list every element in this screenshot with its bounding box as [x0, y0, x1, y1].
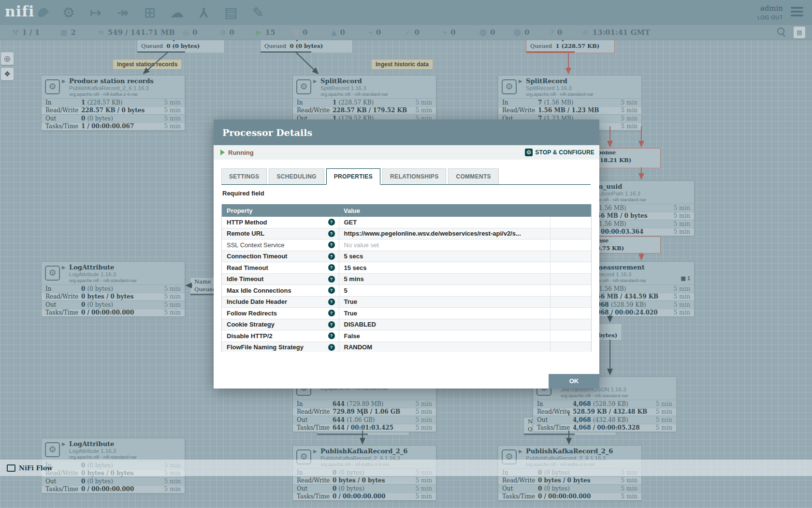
template-toolbar-icon[interactable]: ▤	[221, 4, 241, 21]
running-status-icon: ▶	[62, 441, 66, 447]
running-status-icon: ▶	[62, 78, 66, 84]
help-icon[interactable]: ?	[328, 299, 335, 305]
dialog-header: Processor Details	[214, 120, 599, 145]
processor-node[interactable]: ⚙ ▶ LogAttribute LogAttribute 1.16.3 org…	[41, 261, 185, 317]
sync-alert-icon: !	[514, 29, 521, 36]
locally-modified-icon: ∗	[442, 28, 447, 37]
help-icon[interactable]: ?	[328, 264, 335, 271]
process-group-toolbar-icon[interactable]: ⊞	[140, 4, 160, 21]
disabled-count-icon: ⌁	[368, 28, 373, 37]
running-status-icon: ▶	[313, 448, 317, 454]
property-row: HTTP Method?GET	[222, 217, 591, 228]
processor-icon: ⚙	[45, 442, 60, 457]
bulletin-board-button[interactable]: ▤	[794, 27, 805, 38]
dialog-title: Processor Details	[222, 127, 312, 138]
nifi-logo: nifi	[5, 3, 46, 20]
thread-count-badge: ▦ 1	[681, 275, 690, 282]
search-icon	[777, 28, 784, 35]
property-row: Remote URL?https://www.pegelonline.wsv.d…	[222, 228, 591, 239]
tab-scheduling[interactable]: SCHEDULING	[269, 168, 324, 184]
property-column-header: Property	[222, 204, 339, 217]
help-icon[interactable]: ?	[328, 241, 335, 248]
breadcrumb[interactable]: NiFi Flow	[7, 464, 53, 472]
sync-unknown-icon: ?	[550, 28, 554, 37]
help-icon[interactable]: ?	[328, 287, 335, 294]
help-icon[interactable]: ?	[328, 219, 335, 225]
help-icon[interactable]: ?	[328, 344, 335, 351]
property-row: Max Idle Connections?5	[222, 285, 591, 297]
flow-label[interactable]: Ingest historic data	[371, 59, 433, 70]
app-header: nifi ⚙ ↦ ↠ ⊞ ☁ Y ▤ ✎ admin LOG OUT	[0, 0, 812, 25]
running-status-icon: ▶	[519, 448, 522, 454]
running-status-icon: ▶	[519, 78, 522, 84]
input-port-toolbar-icon[interactable]: ↦	[86, 4, 105, 21]
cluster-icon: ⚒	[12, 28, 18, 37]
property-row: FlowFile Naming Strategy?RANDOM	[222, 342, 591, 352]
help-icon[interactable]: ?	[328, 253, 335, 260]
flow-label[interactable]: Ingest station records	[113, 59, 182, 70]
running-status-icon: ▶	[62, 265, 66, 270]
operate-icon: ❖	[4, 70, 10, 78]
refresh-icon[interactable]: ⟳	[583, 28, 589, 37]
queue-indicator	[261, 51, 311, 53]
processor-toolbar-icon[interactable]: ⚙	[59, 4, 78, 21]
funnel-toolbar-icon[interactable]: Y	[194, 4, 214, 21]
current-user: admin	[757, 4, 783, 13]
operate-palette-button[interactable]: ❖	[1, 68, 14, 80]
output-port-toolbar-icon[interactable]: ↠	[113, 4, 132, 21]
search-button[interactable]	[777, 28, 787, 37]
stale-icon: ↑	[479, 29, 487, 36]
help-icon[interactable]: ?	[328, 276, 335, 283]
bulletin-icon: ▤	[797, 29, 802, 36]
processor-icon: ⚙	[296, 79, 311, 94]
ok-button[interactable]: OK	[549, 374, 599, 388]
tab-relationships[interactable]: RELATIONSHIPS	[382, 168, 446, 184]
queue-indicator	[137, 51, 185, 53]
property-row: SSL Context Service?No value set	[222, 239, 591, 251]
dialog-tabs: SETTINGS SCHEDULING PROPERTIES RELATIONS…	[221, 168, 591, 185]
active-threads-icon: ▩	[60, 28, 67, 37]
queue-indicator	[526, 51, 575, 53]
remote-process-group-toolbar-icon[interactable]: ☁	[167, 4, 187, 21]
required-field-note: Required field	[222, 190, 264, 197]
tab-comments[interactable]: COMMENTS	[448, 168, 498, 184]
help-icon[interactable]: ?	[328, 321, 335, 328]
process-group-icon	[7, 464, 15, 472]
stopped-count-icon	[293, 30, 299, 35]
invalid-count-icon: ▲	[331, 28, 337, 37]
queued-list-icon: ≡	[98, 28, 104, 37]
navigate-palette-button[interactable]: ◎	[1, 52, 14, 65]
processor-icon: ⚙	[45, 266, 60, 281]
help-icon[interactable]: ?	[328, 230, 335, 237]
not-transmitting-icon: ⊘	[220, 28, 226, 37]
property-row: Disable HTTP/2?False	[222, 330, 591, 342]
help-icon[interactable]: ?	[328, 332, 335, 339]
property-row: Connection Timeout?5 secs	[222, 251, 591, 262]
status-bar: ⚒1 / 1 ▩2 ≡549 / 141.71 MB ◎0 ⊘0 ▶15 0 ▲…	[0, 25, 812, 40]
property-row: Follow Redirects?True	[222, 308, 591, 319]
processor-node[interactable]: ⚙ ▶ Produce station records PublishKafka…	[41, 75, 185, 131]
transmitting-icon: ◎	[183, 28, 189, 37]
running-status-icon: ▶	[313, 78, 317, 84]
help-icon[interactable]: ?	[328, 310, 335, 316]
gear-icon: ⚙	[525, 149, 533, 156]
running-count-icon: ▶	[256, 28, 262, 37]
label-toolbar-icon[interactable]: ✎	[248, 4, 268, 21]
property-row: Cookie Strategy?DISABLED	[222, 319, 591, 330]
properties-table: Property Value HTTP Method?GET Remote UR…	[221, 204, 592, 352]
up-to-date-icon: ✓	[405, 28, 411, 37]
navigate-icon: ◎	[4, 54, 10, 63]
tab-settings[interactable]: SETTINGS	[221, 168, 267, 184]
global-menu-icon[interactable]	[791, 7, 803, 16]
nifi-drop-icon	[36, 6, 49, 19]
logout-link[interactable]: LOG OUT	[757, 15, 783, 20]
stop-and-configure-button[interactable]: ⚙ STOP & CONFIGURE	[525, 149, 594, 156]
run-state-label: Running	[228, 149, 254, 156]
property-row: Read Timeout?15 secs	[222, 262, 591, 274]
tab-properties[interactable]: PROPERTIES	[326, 168, 380, 185]
dialog-status-strip: Running ⚙ STOP & CONFIGURE	[214, 145, 599, 160]
breadcrumb-bar: NiFi Flow	[0, 460, 812, 476]
processor-icon: ⚙	[502, 79, 517, 94]
value-column-header: Value	[339, 204, 550, 217]
queue-indicator	[317, 433, 368, 435]
